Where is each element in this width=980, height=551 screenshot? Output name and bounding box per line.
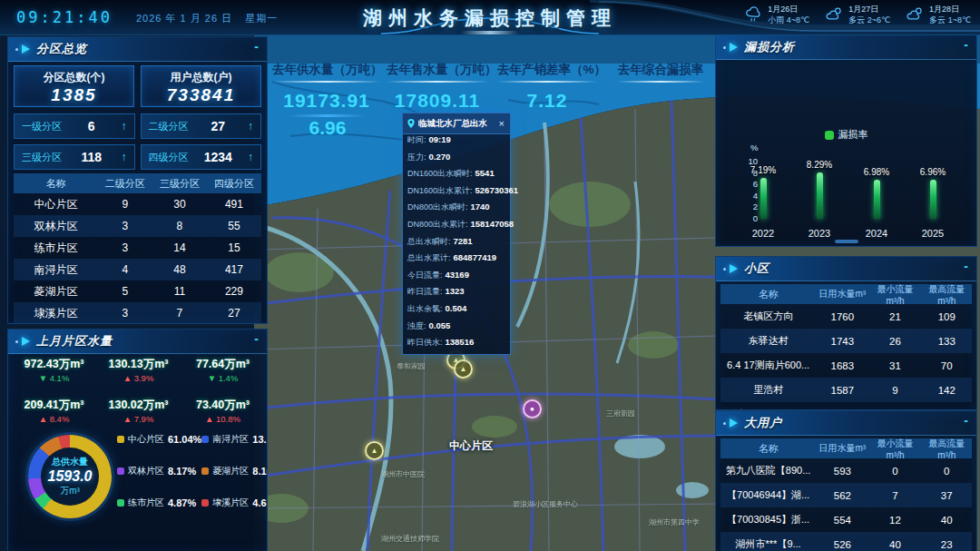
table-row[interactable]: 湖州市***【9...5264023 <box>720 532 972 551</box>
date: 2026 年 1 月 26 日 星期一 <box>136 12 278 25</box>
level-box-1[interactable]: 一级分区 6 ↑ <box>14 113 135 139</box>
popup-row: DN1600出水瞬时:5541 <box>403 168 510 185</box>
level-box-2[interactable]: 二级分区 27 ↑ <box>141 113 262 139</box>
popup-row: 浊度:0.055 <box>403 320 510 338</box>
scrollbar-handle[interactable] <box>835 240 858 243</box>
panel-header: 漏损分析 - <box>716 35 976 60</box>
page-title: 湖州水务漏损控制管理 <box>363 5 617 31</box>
table-row[interactable]: 东驿达村174326133 <box>720 329 972 353</box>
panel-title: 漏损分析 <box>744 39 795 55</box>
volume-delta: 4.1% <box>50 373 70 383</box>
table-row[interactable]: 南浔片区448417 <box>14 259 261 280</box>
panel-header: 分区总览 - <box>8 37 267 62</box>
table-row[interactable]: 双林片区3855 <box>14 215 261 237</box>
minimize-button[interactable]: - <box>254 39 259 54</box>
x-tick: 2023 <box>792 228 847 239</box>
minimize-button[interactable]: - <box>964 413 968 428</box>
map-place-label: 湖州市中医院 <box>381 469 425 479</box>
table-row[interactable]: 第九八医院【890...59300 <box>720 458 972 483</box>
weather-day-3: 1月28日 多云 1~8℃ <box>906 4 971 25</box>
title-underline <box>461 31 519 34</box>
panel-title: 小区 <box>744 261 769 277</box>
arrow-right-icon <box>730 43 738 52</box>
volume-delta: 3.9% <box>134 373 154 383</box>
kpi-last-year-sales: 去年售水量（万吨） 17809.11 <box>387 62 488 112</box>
y-axis-label: % <box>750 143 758 153</box>
weather-date: 1月26日 <box>768 4 809 15</box>
popup-row: 总出水瞬时:7281 <box>403 236 510 253</box>
dashboard-root: 泰和家园 三府新园 湖州市中医院 碧浪湖小区服务中心 湖州交通技师学院 湖州市第… <box>0 0 980 551</box>
kpi-label: 去年产销差率（%） <box>497 62 597 78</box>
col-header: 二级分区 <box>98 177 152 191</box>
stat-value: 1385 <box>15 85 133 105</box>
legend-dot <box>201 436 209 443</box>
volume-delta: 7.9% <box>134 414 154 424</box>
kpi-value: 19173.91 <box>272 90 381 112</box>
kpi-value: 17809.11 <box>387 90 488 112</box>
volume-value: 73.40万m³ <box>181 398 265 413</box>
col-header: 四级分区 <box>207 177 261 191</box>
bar-2022[interactable]: 7.19% <box>736 165 790 219</box>
minimize-button[interactable]: - <box>964 37 968 52</box>
level-value: 27 <box>211 119 225 133</box>
table-row[interactable]: 练市片区31415 <box>14 237 261 259</box>
level-label: 四级分区 <box>149 151 189 164</box>
weather-temp: 1~8℃ <box>948 15 971 25</box>
table-row[interactable]: (测) 人瑞路南林...151831107 <box>720 402 972 410</box>
kpi-underline <box>387 81 488 83</box>
up-triangle-icon: ▲ <box>39 414 47 424</box>
level-box-4[interactable]: 四级分区 1234 ↑ <box>141 144 262 170</box>
table-row[interactable]: 老镇区方向176021109 <box>720 304 972 329</box>
legend-item: 埭溪片区 4.61% <box>201 497 268 509</box>
up-arrow-icon: ↑ <box>121 120 126 133</box>
monitor-point-marker[interactable]: ● <box>523 399 542 418</box>
date-text: 2026 年 1 月 26 日 <box>136 13 232 24</box>
legend-label: 漏损率 <box>838 128 868 142</box>
donut-center-value: 1593.0 <box>48 468 93 485</box>
supply-donut-chart[interactable]: 总供水量 1593.0 万m³ <box>28 435 112 518</box>
table-row[interactable]: 6.4 17测南片600...16833170 <box>720 353 972 378</box>
weather-cond: 多云 <box>929 15 946 25</box>
water-plant-marker[interactable]: ▲ <box>365 441 384 460</box>
water-plant-marker[interactable]: ▲ <box>454 359 473 379</box>
kpi-nrw-rate: 去年产销差率（%） 7.12 <box>497 62 597 112</box>
volume-value: 209.41万m³ <box>12 398 96 413</box>
volume-item: 209.41万m³ ▲ 8.4% <box>12 398 96 424</box>
bar-2024[interactable]: 6.98% <box>849 167 904 219</box>
legend-item: 中心片区 61.04% <box>117 433 201 446</box>
app-header: 09:21:40 2026 年 1 月 26 日 星期一 湖州水务漏损控制管理 … <box>0 0 980 35</box>
popup-row: DN800出水累计:158147058 <box>403 219 510 236</box>
table-row[interactable]: 里浩村15879142 <box>720 378 972 402</box>
partly-cloudy-icon <box>906 6 925 23</box>
popup-row: 总出水累计:684877419 <box>403 252 510 270</box>
up-arrow-icon: ↑ <box>248 120 253 133</box>
dot-icon <box>15 48 18 51</box>
popup-row: 压力:0.270 <box>403 152 510 169</box>
map-place-label: 三府新园 <box>606 408 635 418</box>
minimize-button[interactable]: - <box>964 259 968 273</box>
dot-icon <box>723 46 726 49</box>
table-row[interactable]: 【70046944】湖...562737 <box>720 483 972 507</box>
table-row[interactable]: 菱湖片区511229 <box>14 280 261 302</box>
level-label: 二级分区 <box>149 120 189 133</box>
table-row[interactable]: 中心片区930491 <box>14 193 261 215</box>
level-box-3[interactable]: 三级分区 118 ↑ <box>14 144 135 170</box>
arrow-right-icon <box>730 264 738 273</box>
water-plant-popup: 临城北水厂总出水 × 时间:09:19 压力:0.270 DN1600出水瞬时:… <box>402 113 511 355</box>
bar-2025[interactable]: 6.96% <box>906 167 960 219</box>
volume-item: 972.43万m³ ▼ 4.1% <box>12 357 96 383</box>
close-icon[interactable]: × <box>497 118 506 129</box>
table-row[interactable]: 埭溪片区3727 <box>14 302 261 324</box>
bar-2023[interactable]: 8.29% <box>792 160 847 219</box>
minimize-button[interactable]: - <box>254 331 259 346</box>
level-value: 1234 <box>204 150 232 164</box>
weather-day-1: 1月26日 小雨 4~8℃ <box>745 4 809 25</box>
table-row[interactable]: 【70030845】浙...5541240 <box>720 507 972 532</box>
up-triangle-icon: ▲ <box>205 414 213 424</box>
popup-header[interactable]: 临城北水厂总出水 × <box>403 113 510 134</box>
up-triangle-icon: ▲ <box>123 414 132 424</box>
stat-total-zones: 分区总数(个) 1385 <box>14 65 134 107</box>
zone-table: 名称 二级分区 三级分区 四级分区 中心片区930491 双林片区3855 练市… <box>14 173 261 324</box>
up-triangle-icon: ▲ <box>123 373 132 383</box>
dot-icon <box>723 268 726 271</box>
